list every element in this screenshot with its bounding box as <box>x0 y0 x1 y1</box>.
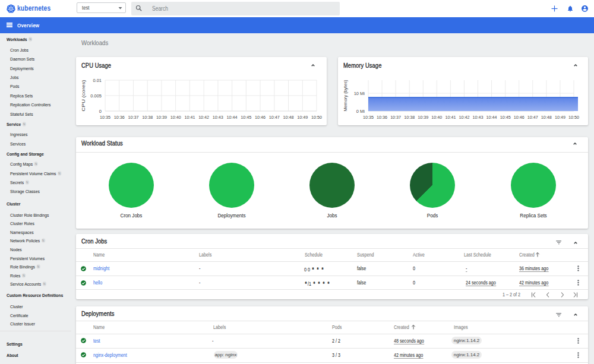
svg-text:10:42: 10:42 <box>459 115 469 120</box>
svg-text:10:47: 10:47 <box>269 115 280 120</box>
svg-text:10:36: 10:36 <box>114 115 125 120</box>
svg-text:10:49: 10:49 <box>297 115 308 120</box>
svg-text:0.005: 0.005 <box>90 93 102 99</box>
svg-text:10:50: 10:50 <box>311 115 322 120</box>
svg-text:0: 0 <box>99 109 102 114</box>
svg-text:Memory (bytes): Memory (bytes) <box>343 80 348 111</box>
svg-text:10:41: 10:41 <box>445 115 456 120</box>
svg-text:10:40: 10:40 <box>431 115 442 120</box>
svg-text:10:39: 10:39 <box>418 115 428 120</box>
svg-text:10:38: 10:38 <box>404 115 415 120</box>
svg-text:10:41: 10:41 <box>184 115 195 120</box>
svg-text:10:45: 10:45 <box>241 115 251 120</box>
svg-text:10:42: 10:42 <box>198 115 209 120</box>
svg-text:10:46: 10:46 <box>255 115 266 120</box>
svg-text:10:46: 10:46 <box>514 115 525 120</box>
svg-text:10:35: 10:35 <box>363 115 374 120</box>
svg-text:10:40: 10:40 <box>170 115 181 120</box>
svg-text:10:38: 10:38 <box>142 115 153 120</box>
svg-text:10 Mi: 10 Mi <box>354 91 365 96</box>
svg-text:10:37: 10:37 <box>128 115 138 120</box>
svg-text:10:39: 10:39 <box>156 115 167 120</box>
svg-text:CPU (cores): CPU (cores) <box>81 80 86 111</box>
svg-text:10:45: 10:45 <box>500 115 511 120</box>
svg-text:10:48: 10:48 <box>283 115 294 120</box>
svg-text:0.01: 0.01 <box>93 78 102 83</box>
svg-text:10:43: 10:43 <box>213 115 223 120</box>
svg-text:10:49: 10:49 <box>555 115 565 120</box>
svg-text:10:44: 10:44 <box>486 115 497 120</box>
svg-text:10:43: 10:43 <box>473 115 484 120</box>
svg-text:10:50: 10:50 <box>568 115 579 120</box>
svg-text:0 Mi: 0 Mi <box>356 109 365 114</box>
svg-text:10:36: 10:36 <box>377 115 387 120</box>
svg-text:10:44: 10:44 <box>227 115 238 120</box>
svg-text:10:35: 10:35 <box>100 115 110 120</box>
svg-text:10:48: 10:48 <box>541 115 552 120</box>
svg-text:10:37: 10:37 <box>390 115 401 120</box>
svg-text:10:47: 10:47 <box>527 115 538 120</box>
